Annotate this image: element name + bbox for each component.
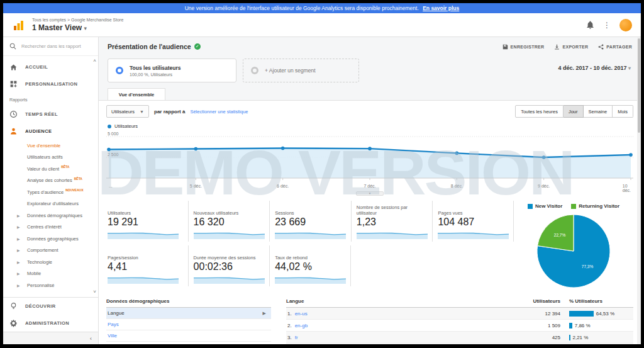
system-section-title: Système — [106, 342, 271, 344]
chevron-down-icon: ▾ — [84, 25, 87, 31]
save-icon — [502, 44, 508, 50]
search-icon — [9, 43, 16, 50]
banner-learn-more-link[interactable]: En savoir plus — [423, 5, 459, 11]
sidebar-subitem-valeur-du-client[interactable]: Valeur du clientBÊTA — [3, 163, 98, 175]
granularity-toutes-les-heures[interactable]: Toutes les heures — [515, 105, 564, 118]
sidebar-item-decouvrir[interactable]: DÉCOUVRIR — [3, 298, 98, 315]
sidebar-subitem-mobile[interactable]: ▶Mobile — [3, 268, 98, 280]
pct-bar — [569, 323, 572, 328]
page-title: Présentation de l'audience — [108, 43, 191, 50]
sidebar-item-accueil[interactable]: ACCUEIL — [3, 59, 98, 76]
language-link[interactable]: en-us — [295, 311, 308, 317]
users-value: 425 — [504, 335, 560, 340]
chart-legend: Utilisateurs — [106, 122, 633, 132]
add-segment-button[interactable]: + Ajouter un segment — [243, 59, 359, 82]
sidebar-subitem-utilisateurs-actifs[interactable]: Utilisateurs actifs — [3, 152, 98, 164]
sidebar-subitem-donn-es-d-mographiques[interactable]: ▶Données démographiques — [3, 210, 98, 222]
x-axis-label: 6 déc. — [277, 184, 289, 188]
scorecard-taux-de-rebond: Taux de rebond44,02 % — [269, 245, 351, 286]
chart-controls: Utilisateurs▼ par rapport à Sélectionner… — [106, 101, 633, 122]
metric-value: 23 669 — [275, 216, 346, 228]
demographics-title: Données démographiques — [106, 298, 271, 308]
vertical-scrollbar[interactable] — [637, 37, 641, 344]
search-placeholder: Rechercher dans les rapport — [21, 43, 81, 49]
metric-sparkline — [438, 229, 508, 239]
export-button[interactable]: EXPORTER — [554, 44, 588, 50]
x-axis-labels: ...5 déc.6 déc.7 déc.8 déc.9 déc.10 déc. — [106, 183, 633, 191]
language-link[interactable]: fr — [295, 335, 298, 340]
sidebar-item-administration[interactable]: ADMINISTRATION — [3, 315, 98, 332]
metric-label[interactable]: Pages vues — [438, 205, 508, 216]
sidebar-subitem-analyse-des-cohortes[interactable]: Analyse des cohortesBÊTA — [3, 175, 98, 187]
row-arrow-icon: ▶ — [263, 311, 266, 316]
scorecard-dur-e-moyenne-des-sessions: Durée moyenne des sessions00:02:36 — [188, 245, 270, 286]
expand-arrow-icon: ▶ — [17, 237, 20, 241]
chart-expand-handle[interactable]: ▾ — [356, 191, 384, 196]
pct-value: 7,86 % — [575, 323, 591, 328]
granularity-mois[interactable]: Mois — [613, 105, 633, 118]
granularity-jour[interactable]: Jour — [564, 105, 584, 118]
metric-value: 104 487 — [438, 216, 508, 228]
language-link[interactable]: en-gb — [295, 323, 308, 328]
metric-dropdown[interactable]: Utilisateurs▼ — [106, 105, 149, 118]
sidebar-subitem-explorateur-d-utilisateurs[interactable]: Explorateur d'utilisateurs — [3, 198, 98, 210]
metric-value: 00:02:36 — [194, 261, 265, 272]
date-range-picker[interactable]: 4 déc. 2017 - 10 déc. 2017 ▾ — [558, 65, 631, 71]
pie-legend-item[interactable]: New Visitor — [528, 203, 562, 209]
metric-value: 16 320 — [194, 216, 265, 228]
sidebar-subitem-technologie[interactable]: ▶Technologie — [3, 256, 98, 268]
sidebar-subitem-donn-es-g-ographiques[interactable]: ▶Données géographiques — [3, 233, 98, 245]
metric-sparkline — [275, 274, 345, 284]
pct-value: 64,53 % — [596, 311, 614, 317]
sidebar-subitem-types-d-audience[interactable]: Types d'audienceNOUVEAUX — [3, 186, 98, 198]
metric-label[interactable]: Nombre de sessions par utilisateur — [357, 205, 428, 216]
sidebar-collapse-button[interactable]: ‹ — [3, 332, 98, 344]
sidebar-search[interactable]: Rechercher dans les rapport — [3, 37, 98, 56]
granularity-semaine[interactable]: Semaine — [584, 105, 613, 118]
demo-row-ville[interactable]: Ville — [106, 330, 271, 342]
table-row: 3.fr4252,21 % — [286, 332, 633, 344]
segment-all-users[interactable]: Tous les utilisateurs 100,00 %, Utilisat… — [108, 59, 236, 82]
sidebar-footer: DÉCOUVRIR ADMINISTRATION ‹ — [3, 297, 98, 344]
metric-sparkline — [108, 229, 183, 239]
metric-sparkline — [357, 229, 428, 239]
scroll-up-icon[interactable]: ˄ — [93, 59, 96, 64]
metric-label[interactable]: Pages/session — [108, 249, 183, 261]
breadcrumb[interactable]: Tous les comptes > Google Merchandise St… — [32, 18, 123, 22]
x-axis-label: 5 déc. — [190, 184, 202, 188]
save-button[interactable]: ENREGISTRER — [502, 44, 545, 50]
visitor-pie-chart[interactable]: 77,3%22,7% — [514, 213, 633, 289]
metric-label[interactable]: Durée moyenne des sessions — [194, 249, 265, 261]
expand-arrow-icon: ▶ — [17, 213, 20, 218]
share-button[interactable]: PARTAGER — [598, 44, 632, 50]
demo-row-pays[interactable]: Pays — [106, 319, 271, 330]
sidebar-subitem-comportement[interactable]: ▶Comportement — [3, 245, 98, 257]
x-axis-label: 7 déc. — [364, 184, 375, 188]
avatar[interactable] — [619, 19, 632, 31]
metric-label[interactable]: Nouveaux utilisateurs — [194, 205, 265, 216]
notifications-bell-icon[interactable] — [586, 21, 594, 30]
pie-legend-item[interactable]: Returning Visitor — [571, 203, 619, 209]
view-selector[interactable]: 1 Master View ▾ — [32, 23, 123, 32]
metric-label[interactable]: Sessions — [275, 205, 346, 216]
sidebar-subitem-personnalis-[interactable]: ▶Personnalisé — [3, 279, 98, 291]
y-axis-tick-5000: 5 000 — [108, 132, 119, 136]
select-statistic-link[interactable]: Sélectionner une statistique — [190, 109, 248, 115]
demo-row-langue[interactable]: Langue▶ — [106, 308, 271, 319]
sidebar-subitem-centres-d-int-r-t[interactable]: ▶Centres d'intérêt — [3, 222, 98, 233]
metric-label[interactable]: Taux de rebond — [275, 249, 345, 261]
kebab-menu-icon[interactable]: ⋮ — [603, 21, 611, 30]
metric-label[interactable]: Utilisateurs — [108, 205, 183, 216]
sidebar-item-personnalisation[interactable]: PERSONNALISATION — [3, 76, 98, 93]
upgrade-banner: Une version améliorée de l'interface uti… — [3, 3, 641, 13]
y-axis-tick-2500: 2 500 — [108, 152, 119, 157]
x-axis-label: 8 déc. — [451, 184, 463, 188]
sidebar-item-audience[interactable]: AUDIENCE — [3, 123, 98, 140]
timeseries-chart[interactable]: 5 000 2 500 — [106, 132, 633, 183]
sidebar-item-temps-reel[interactable]: TEMPS RÉEL — [3, 106, 98, 123]
tab-vue-densemble[interactable]: Vue d'ensemble — [108, 88, 165, 101]
add-segment-circle-icon — [251, 67, 258, 74]
sidebar-subitem-vue-d-ensemble[interactable]: Vue d'ensemble — [3, 140, 98, 152]
scorecard-utilisateurs: Utilisateurs19 291 — [106, 201, 188, 242]
table-row: 2.en-gb1 5097,86 % — [286, 320, 633, 332]
